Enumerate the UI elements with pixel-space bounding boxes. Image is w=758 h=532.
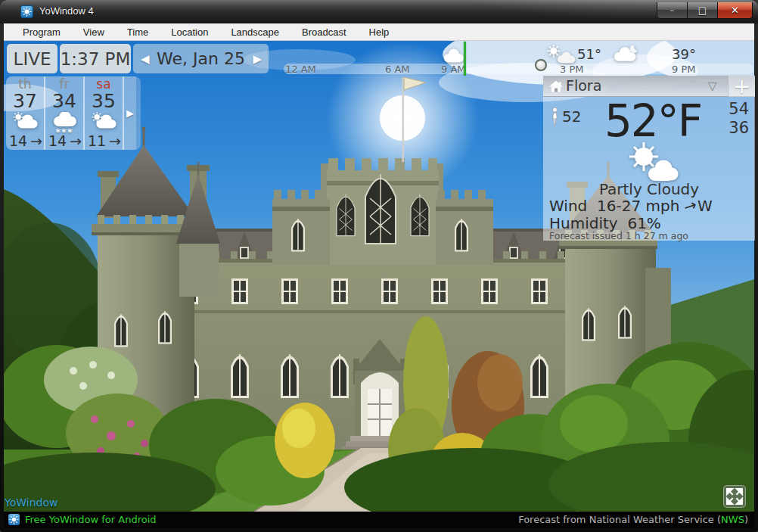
partly-cloudy-icon: [621, 141, 679, 185]
yowindow-link[interactable]: YoWindow: [5, 496, 57, 509]
yowindow-app-icon: [20, 5, 33, 18]
forecast-day-saturday[interactable]: sa 35 11→: [85, 76, 124, 150]
timeline-moon-cloud-icon: [610, 44, 642, 67]
forecast-panel: th 37 14→ fr 34 *** 14→ sa 35: [6, 76, 141, 150]
menu-landscape[interactable]: Landscape: [219, 24, 290, 40]
fullscreen-button[interactable]: [723, 485, 746, 508]
timeline-tick-12am: 12 AM: [285, 64, 316, 75]
feels-like-value: 52: [562, 107, 581, 126]
day-wind: 14→: [48, 132, 82, 149]
wind-direction-icon: →: [70, 132, 82, 149]
low-temp: 36: [728, 119, 749, 138]
maximize-button[interactable]: □: [688, 2, 717, 19]
day-temp: 34: [45, 92, 83, 111]
person-icon: [550, 107, 560, 126]
home-icon: [549, 80, 563, 96]
expand-arrows-icon: [724, 486, 745, 507]
previous-day-icon[interactable]: ◀: [141, 44, 150, 73]
high-low-temps: 54 36: [728, 100, 749, 138]
next-day-icon[interactable]: ▶: [253, 44, 262, 73]
status-bar: Free YoWindow for Android Forecast from …: [4, 512, 754, 527]
forecast-issued-text: Forecast issued 1 h 27 m ago: [549, 230, 688, 241]
location-dropdown-icon[interactable]: ▽: [708, 79, 717, 93]
close-button[interactable]: ✕: [717, 2, 753, 19]
wind-row: Wind 16-27 mph→W: [549, 197, 713, 215]
window-title: YoWindow 4: [39, 5, 94, 17]
timeline-slider-handle[interactable]: [535, 59, 547, 71]
cloud-sun-icon: [91, 112, 118, 133]
wind-direction-icon: →: [682, 195, 699, 216]
yowindow-app-icon: [8, 514, 20, 525]
location-name: Flora: [566, 77, 601, 94]
android-promo-link[interactable]: Free YoWindow for Android: [8, 514, 157, 525]
menu-bar: Program View Time Location Landscape Bro…: [4, 23, 754, 41]
current-time-button[interactable]: 1:37 PM: [60, 44, 131, 73]
current-temperature: 52°F: [585, 95, 721, 147]
wind-direction-icon: →: [109, 132, 121, 149]
timeline-tick-9pm: 9 PM: [672, 64, 695, 75]
menu-location[interactable]: Location: [160, 24, 219, 40]
date-label: We, Jan 25: [157, 49, 245, 68]
high-temp: 54: [728, 100, 749, 119]
live-button[interactable]: LIVE: [7, 44, 57, 73]
cloud-sun-icon: [12, 112, 39, 133]
title-bar: [0, 0, 758, 23]
timeline-now-marker: [464, 42, 466, 76]
menu-help[interactable]: Help: [358, 24, 401, 40]
timeline-cloud-icon: [440, 48, 466, 67]
timeline-tick-6am: 6 AM: [385, 64, 410, 75]
wind-direction-icon: →: [30, 132, 42, 149]
yowindow-app-window: YoWindow 4 – □ ✕ Program View Time Locat…: [0, 0, 758, 532]
day-wind: 14→: [9, 132, 42, 149]
day-temp: 37: [6, 92, 44, 111]
day-temp: 35: [85, 92, 123, 111]
nws-link[interactable]: NWS: [721, 514, 744, 525]
location-weather-panel: Flora ▽ + 52 52°F 54 36 Partly Cloudy Wi…: [543, 76, 755, 241]
add-location-button[interactable]: +: [728, 76, 755, 97]
minimize-button[interactable]: –: [657, 2, 688, 19]
timeline-evening-temp: 39°: [672, 46, 696, 62]
menu-view[interactable]: View: [72, 24, 116, 40]
window-controls: – □ ✕: [657, 2, 753, 19]
forecast-attribution: Forecast from National Weather Service (…: [518, 514, 748, 525]
timeline-sun-cloud-icon: [545, 44, 576, 67]
forecast-day-friday[interactable]: fr 34 *** 14→: [45, 76, 85, 150]
menu-time[interactable]: Time: [116, 24, 160, 40]
menu-program[interactable]: Program: [11, 24, 72, 40]
expand-forecast-button[interactable]: ▶: [124, 76, 136, 150]
menu-broadcast[interactable]: Broadcast: [290, 24, 358, 40]
feels-like: 52: [550, 107, 581, 126]
day-wind: 11→: [88, 132, 121, 149]
condition-text: Partly Cloudy: [543, 180, 755, 198]
date-navigator[interactable]: ◀ We, Jan 25 ▶: [133, 44, 269, 73]
timeline-afternoon-temp: 51°: [577, 46, 601, 62]
forecast-day-thursday[interactable]: th 37 14→: [6, 76, 45, 150]
